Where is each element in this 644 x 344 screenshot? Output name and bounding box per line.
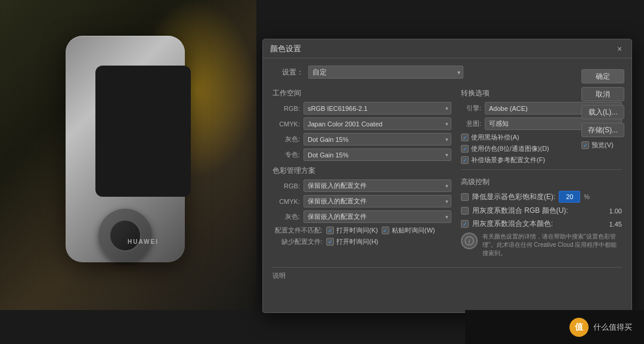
missing-cb1[interactable] bbox=[326, 238, 334, 246]
load-button[interactable]: 载入(L)... bbox=[581, 105, 624, 119]
preview-checkbox[interactable] bbox=[581, 141, 589, 149]
mismatch-cb2-label: 粘贴时询问(W) bbox=[392, 226, 435, 235]
blend-rgb-checkbox[interactable] bbox=[461, 207, 469, 215]
blend-txt-checkbox[interactable] bbox=[461, 220, 469, 228]
cm-cmyk-label: CMYK: bbox=[273, 198, 304, 205]
mismatch-cb1[interactable] bbox=[326, 227, 334, 234]
cmyk-dropdown[interactable]: Japan Color 2001 Coated bbox=[304, 117, 451, 130]
compensate-row: 补偿场景参考配置文件(F) bbox=[461, 156, 622, 165]
phone-screen bbox=[95, 66, 191, 197]
dither-checkbox[interactable] bbox=[461, 145, 469, 153]
desc-label: 说明 bbox=[273, 272, 286, 279]
rgb-dropdown[interactable]: sRGB IEC61966-2.1 bbox=[304, 102, 451, 114]
blackpoint-checkbox[interactable] bbox=[461, 134, 469, 141]
phone-camera-module bbox=[98, 209, 152, 262]
blend-txt-value: 1.45 bbox=[609, 221, 622, 228]
phone-brand-label: HUAWEI bbox=[109, 238, 178, 245]
missing-cb1-item: 打开时询问(H) bbox=[326, 237, 378, 246]
cm-rgb-label: RGB: bbox=[273, 182, 304, 190]
compensate-checkbox[interactable] bbox=[461, 156, 469, 164]
preview-row: 预览(V) bbox=[581, 141, 624, 150]
info-text: 有关颜色设置的详情，请在帮助中搜索"设置色彩管理"。此术语在任何 Creativ… bbox=[482, 233, 622, 258]
blend-rgb-value: 1.00 bbox=[609, 207, 622, 215]
save-button[interactable]: 存储(S)... bbox=[581, 123, 624, 137]
left-column: 工作空间 RGB: sRGB IEC61966-2.1 CMYK: Japan … bbox=[273, 86, 451, 258]
mismatch-cb1-item: 打开时询问(K) bbox=[326, 226, 378, 235]
two-column-layout: 工作空间 RGB: sRGB IEC61966-2.1 CMYK: Japan … bbox=[273, 86, 622, 258]
desaturate-input[interactable]: 20 bbox=[559, 191, 580, 203]
blackpoint-label: 使用黑场补偿(A) bbox=[471, 133, 519, 142]
blend-rgb-label: 用灰度系数混合 RGB 颜色(U): bbox=[472, 206, 568, 216]
gray-row: 灰色: Dot Gain 15% bbox=[273, 133, 451, 145]
watermark-badge: 值 bbox=[569, 318, 589, 337]
dialog-body: 设置： 自定 工作空间 RGB: sRGB IEC61966-2.1 CMYK: bbox=[263, 58, 631, 287]
missing-cb1-label: 打开时询问(H) bbox=[336, 237, 378, 246]
cm-gray-dropdown[interactable]: 保留嵌入的配置文件 bbox=[304, 210, 451, 223]
color-settings-dialog: 颜色设置 × 设置： 自定 工作空间 RGB: sRGB IEC61966-2.… bbox=[262, 39, 632, 313]
description-section: 说明 bbox=[273, 267, 622, 280]
blend-txt-label: 用灰度系数混合文本颜色: bbox=[472, 219, 553, 229]
missing-row: 缺少配置文件: 打开时询问(H) bbox=[273, 237, 451, 246]
cm-gray-label: 灰色: bbox=[273, 212, 304, 221]
desaturate-unit: % bbox=[584, 193, 590, 200]
button-column: 确定 取消 载入(L)... 存储(S)... 预览(V) bbox=[581, 69, 624, 150]
info-box: i 有关颜色设置的详情，请在帮助中搜索"设置色彩管理"。此术语在任何 Creat… bbox=[461, 233, 622, 258]
phone-body: HUAWEI bbox=[66, 36, 185, 262]
cm-section: 色彩管理方案 RGB: 保留嵌入的配置文件 CMYK: 保留嵌入的配置文件 bbox=[273, 166, 451, 223]
advanced-title: 高级控制 bbox=[461, 177, 622, 187]
missing-label: 缺少配置文件: bbox=[273, 237, 326, 246]
cm-title: 色彩管理方案 bbox=[273, 166, 451, 176]
watermark-area: 值 什么值得买 bbox=[465, 310, 644, 344]
mismatch-row: 配置文件不匹配: 打开时询问(K) 粘贴时询问(W) bbox=[273, 226, 451, 235]
desaturate-row: 降低显示器色彩饱和度(E): 20 % bbox=[461, 191, 622, 203]
gray-label: 灰色: bbox=[273, 135, 304, 144]
preview-label: 预览(V) bbox=[592, 141, 614, 150]
desaturate-label: 降低显示器色彩饱和度(E): bbox=[472, 192, 555, 202]
mismatch-cb1-label: 打开时询问(K) bbox=[336, 226, 378, 235]
ok-button[interactable]: 确定 bbox=[581, 69, 624, 83]
cm-gray-row: 灰色: 保留嵌入的配置文件 bbox=[273, 210, 451, 223]
phone-camera-inner bbox=[109, 219, 141, 252]
settings-label: 设置： bbox=[273, 67, 308, 78]
cm-rgb-dropdown[interactable]: 保留嵌入的配置文件 bbox=[304, 179, 451, 192]
spot-row: 专色: Dot Gain 15% bbox=[273, 148, 451, 161]
dither-label: 使用仿色(8位/通道图像)(D) bbox=[471, 144, 549, 153]
cm-cmyk-dropdown[interactable]: 保留嵌入的配置文件 bbox=[304, 195, 451, 207]
cm-cmyk-row: CMYK: 保留嵌入的配置文件 bbox=[273, 195, 451, 207]
compensate-label: 补偿场景参考配置文件(F) bbox=[471, 156, 545, 165]
cancel-button[interactable]: 取消 bbox=[581, 87, 624, 101]
spot-dropdown[interactable]: Dot Gain 15% bbox=[304, 148, 451, 161]
gray-dropdown[interactable]: Dot Gain 15% bbox=[304, 133, 451, 145]
cmyk-label: CMYK: bbox=[273, 120, 304, 128]
info-icon: i bbox=[461, 233, 478, 249]
svg-text:i: i bbox=[469, 238, 470, 244]
engine-label: 引擎: bbox=[461, 104, 485, 113]
mismatch-cb2-item: 粘贴时询问(W) bbox=[382, 226, 435, 235]
intent-label: 意图: bbox=[461, 119, 485, 128]
spot-label: 专色: bbox=[273, 150, 304, 159]
mismatch-label: 配置文件不匹配: bbox=[273, 226, 326, 235]
blend-txt-row: 用灰度系数混合文本颜色: 1.45 bbox=[461, 219, 622, 229]
cmyk-row: CMYK: Japan Color 2001 Coated bbox=[273, 117, 451, 130]
dialog-title: 颜色设置 bbox=[270, 44, 301, 54]
workspace-title: 工作空间 bbox=[273, 88, 451, 98]
dialog-close-button[interactable]: × bbox=[614, 43, 626, 55]
background-photo: HUAWEI bbox=[0, 0, 256, 310]
rgb-row: RGB: sRGB IEC61966-2.1 bbox=[273, 102, 451, 114]
desaturate-checkbox[interactable] bbox=[461, 193, 469, 201]
settings-row: 设置： 自定 bbox=[273, 66, 622, 79]
settings-dropdown[interactable]: 自定 bbox=[308, 66, 463, 79]
advanced-section: 高级控制 降低显示器色彩饱和度(E): 20 % 用灰度系数混合 RGB 颜色(… bbox=[461, 169, 622, 258]
phone-shape: HUAWEI bbox=[48, 24, 203, 280]
cm-rgb-row: RGB: 保留嵌入的配置文件 bbox=[273, 179, 451, 192]
rgb-label: RGB: bbox=[273, 105, 304, 112]
mismatch-cb2[interactable] bbox=[382, 227, 389, 234]
dialog-titlebar: 颜色设置 × bbox=[263, 39, 631, 58]
watermark-text: 什么值得买 bbox=[593, 322, 632, 333]
blend-rgb-row: 用灰度系数混合 RGB 颜色(U): 1.00 bbox=[461, 206, 622, 216]
